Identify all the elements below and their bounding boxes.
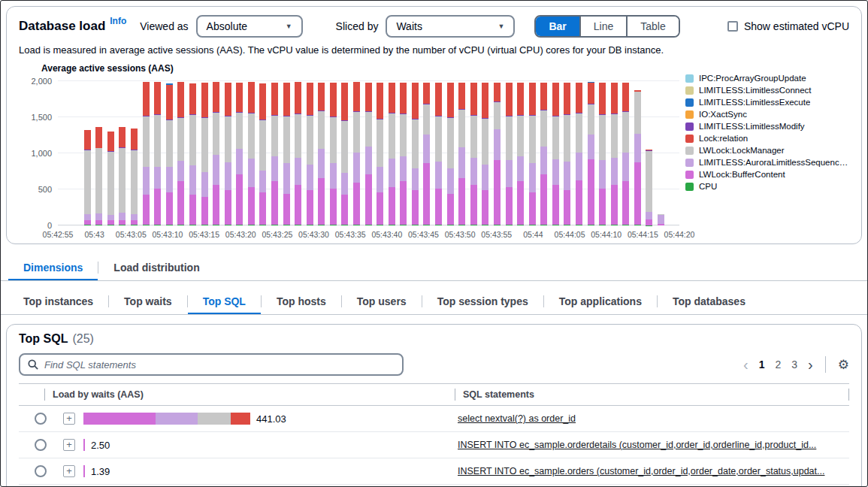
sql-search-input[interactable] <box>44 359 395 371</box>
view-line-button[interactable]: Line <box>579 17 626 36</box>
sliced-by-label: Sliced by <box>336 20 379 32</box>
column-divider <box>848 389 849 401</box>
legend-label: LIMITLESS:LimitlessConnect <box>699 86 812 95</box>
row-radio-button[interactable] <box>35 465 47 477</box>
pagination: ‹ 123 › ⚙ <box>743 356 849 373</box>
sql-search-box <box>19 353 404 376</box>
x-axis-label: 05:43:45 <box>408 230 439 239</box>
sql-statement-link[interactable]: select nextval(?) as order_id <box>458 413 839 424</box>
show-estimated-vcpu-checkbox[interactable] <box>727 21 738 32</box>
legend-label: IO:XactSync <box>699 110 747 119</box>
y-axis-label: 1,000 <box>19 149 52 158</box>
viewed-as-label: Viewed as <box>140 20 188 32</box>
chart-bar <box>365 83 372 225</box>
show-estimated-vcpu: Show estimated vCPU <box>727 20 849 32</box>
chart-bar <box>658 214 664 225</box>
page-1-button[interactable]: 1 <box>759 358 765 371</box>
subtab-top-hosts[interactable]: Top hosts <box>262 289 341 314</box>
chart-bar <box>470 83 477 225</box>
load-cell: 441.03 <box>83 413 458 425</box>
chart-bar <box>166 83 173 225</box>
sql-statement-link[interactable]: INSERT INTO ec_sample.orderdetails (cust… <box>458 440 839 450</box>
viewed-as-select[interactable]: Absolute ▼ <box>196 15 303 38</box>
top-sql-count: (25) <box>72 332 93 346</box>
sql-cell: select nextval(?) as order_id <box>458 413 849 424</box>
chart-bar <box>95 127 102 225</box>
search-icon <box>28 359 38 370</box>
view-bar-button[interactable]: Bar <box>536 17 579 36</box>
dimension-tabs: Top instancesTop waitsTop SQLTop hostsTo… <box>1 289 867 315</box>
chart-bar <box>154 82 161 225</box>
database-load-header: Database load Info Viewed as Absolute ▼ … <box>19 14 849 39</box>
tab-load-distribution[interactable]: Load distribution <box>98 255 214 280</box>
page-numbers: 123 <box>759 358 797 371</box>
chart-bar <box>400 83 407 225</box>
view-table-button[interactable]: Table <box>626 17 678 36</box>
x-axis-label: 05:44:05 <box>555 230 585 239</box>
info-link[interactable]: Info <box>110 16 126 26</box>
table-row: +2.50INSERT INTO ec_sample.orderdetails … <box>19 432 849 458</box>
top-sql-card: Top SQL (25) ‹ 123 › ⚙ Load by waits (AA… <box>6 324 862 487</box>
chart-bars <box>84 81 664 225</box>
expand-row-button[interactable]: + <box>63 465 75 477</box>
show-estimated-vcpu-label: Show estimated vCPU <box>744 20 849 32</box>
x-axis-label: 05:42:55 <box>43 230 74 239</box>
chart-bar <box>412 83 419 225</box>
subtab-top-sql[interactable]: Top SQL <box>188 289 261 314</box>
legend-item: LIMITLESS:LimitlessConnect <box>685 86 849 95</box>
sliced-by-select[interactable]: Waits ▼ <box>386 15 515 38</box>
previous-page-button[interactable]: ‹ <box>743 357 749 372</box>
row-radio-button[interactable] <box>35 413 47 425</box>
expand-cell: + <box>55 465 83 477</box>
sql-cell: INSERT INTO ec_sample.orderdetails (cust… <box>458 440 849 450</box>
chart-bar <box>225 83 231 225</box>
chart-bar <box>189 83 196 225</box>
legend-item: Lock:relation <box>685 134 849 143</box>
table-body: +441.03select nextval(?) as order_id+2.5… <box>19 406 849 485</box>
load-cell: 1.39 <box>83 465 458 477</box>
subtab-top-instances[interactable]: Top instances <box>8 289 108 314</box>
x-axis-label: 05:43 <box>85 230 104 239</box>
row-radio-button[interactable] <box>35 439 47 451</box>
performance-insights-page: Database load Info Viewed as Absolute ▼ … <box>0 0 868 487</box>
page-3-button[interactable]: 3 <box>791 358 797 371</box>
chart-bar <box>131 129 138 225</box>
x-axis-label: 05:43:25 <box>262 230 292 239</box>
subtab-top-databases[interactable]: Top databases <box>658 289 761 314</box>
legend-swatch <box>685 147 694 155</box>
subtab-top-users[interactable]: Top users <box>342 289 422 314</box>
legend-label: LWLock:BufferContent <box>699 170 785 179</box>
next-page-button[interactable]: › <box>808 357 813 372</box>
column-header-sql: SQL statements <box>455 389 848 400</box>
expand-row-button[interactable]: + <box>63 439 75 451</box>
subtab-top-waits[interactable]: Top waits <box>109 289 187 314</box>
sql-statement-link[interactable]: INSERT INTO ec_sample.orders (customer_i… <box>458 466 839 476</box>
tab-dimensions[interactable]: Dimensions <box>8 255 98 280</box>
legend-swatch <box>685 110 694 119</box>
legend-swatch <box>685 123 694 131</box>
top-sql-title: Top SQL <box>19 332 68 346</box>
x-axis: 05:42:5505:4305:43:0505:43:1005:43:1505:… <box>58 225 679 240</box>
load-bar <box>83 413 250 425</box>
chart-section: Average active sessions (AAS) 05001,0001… <box>19 63 849 240</box>
settings-gear-icon[interactable]: ⚙ <box>838 358 849 371</box>
chart-bar <box>201 83 208 225</box>
page-2-button[interactable]: 2 <box>775 358 781 371</box>
subtab-top-applications[interactable]: Top applications <box>544 289 657 314</box>
x-axis-label: 05:43:35 <box>335 230 366 239</box>
expand-row-button[interactable]: + <box>63 413 75 425</box>
table-row: +441.03select nextval(?) as order_id <box>19 406 849 432</box>
subtab-top-session-types[interactable]: Top session types <box>422 289 543 314</box>
load-value: 1.39 <box>91 466 110 477</box>
legend-swatch <box>685 171 694 179</box>
chart-bar <box>599 83 606 225</box>
legend-label: Lock:relation <box>699 134 748 143</box>
chart-bar <box>564 83 570 225</box>
legend-item: LWLock:BufferContent <box>685 170 849 179</box>
load-cell: 2.50 <box>83 439 458 451</box>
chart-bar <box>330 83 337 225</box>
x-axis-label: 05:43:05 <box>116 230 147 239</box>
x-axis-label: 05:44 <box>523 230 543 239</box>
legend-label: LIMITLESS:LimitlessModify <box>699 122 805 131</box>
legend-swatch <box>685 183 694 191</box>
